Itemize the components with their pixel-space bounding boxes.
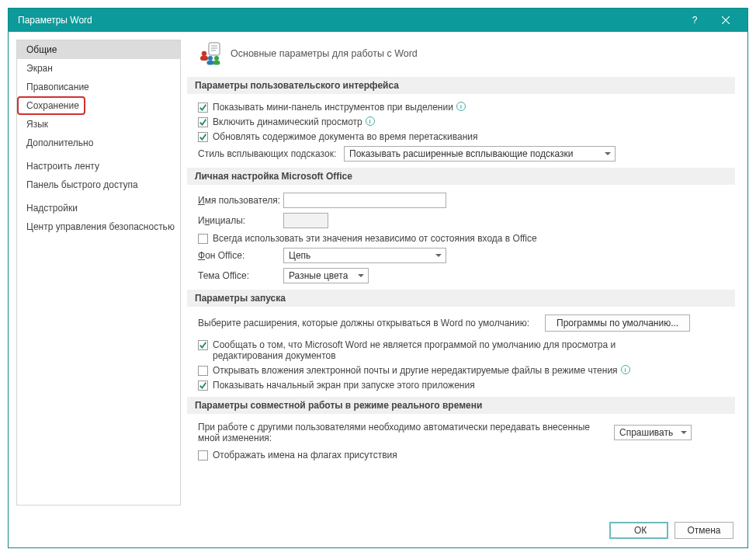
officebg-label: Фон Office: bbox=[198, 250, 283, 261]
info-icon[interactable] bbox=[621, 365, 630, 374]
chk-alwaysuse[interactable] bbox=[198, 234, 208, 244]
initials-label: Инициалы: bbox=[198, 215, 283, 226]
svg-point-5 bbox=[208, 56, 213, 61]
info-icon[interactable] bbox=[366, 116, 375, 126]
share-changes-label: При работе с другими пользователями необ… bbox=[198, 422, 602, 443]
svg-rect-2 bbox=[209, 43, 220, 55]
ok-button[interactable]: ОК bbox=[609, 522, 668, 539]
chk-attachments[interactable] bbox=[198, 366, 208, 376]
sidebar-item-ribbon[interactable]: Настроить ленту bbox=[17, 157, 180, 175]
officebg-dropdown[interactable]: Цепь bbox=[283, 248, 446, 263]
general-options-icon bbox=[198, 41, 223, 66]
sidebar-item-trustcenter[interactable]: Центр управления безопасностью bbox=[17, 217, 180, 236]
default-ext-label: Выберите расширения, которые должны откр… bbox=[198, 318, 529, 328]
svg-rect-8 bbox=[213, 61, 220, 65]
chk-defaultprog[interactable] bbox=[198, 340, 208, 350]
chk-minitoolbar[interactable] bbox=[198, 103, 208, 113]
section-collab-title: Параметры совместной работы в режиме реа… bbox=[187, 397, 735, 414]
content-pane: Основные параметры для работы с Word Пар… bbox=[181, 32, 747, 513]
section-personal-title: Личная настройка Microsoft Office bbox=[187, 168, 735, 185]
window-title: Параметры Word bbox=[15, 15, 679, 26]
sidebar-item-display[interactable]: Экран bbox=[17, 59, 180, 78]
svg-point-3 bbox=[202, 51, 206, 56]
chk-startscreen[interactable] bbox=[198, 381, 208, 391]
tooltip-style-dropdown[interactable]: Показывать расширенные всплывающие подск… bbox=[344, 146, 616, 162]
sidebar-item-language[interactable]: Язык bbox=[17, 115, 180, 134]
sidebar-item-addins[interactable]: Надстройки bbox=[17, 199, 180, 217]
sidebar-item-advanced[interactable]: Дополнительно bbox=[17, 134, 180, 152]
share-changes-dropdown[interactable]: Спрашивать bbox=[614, 425, 692, 440]
tooltip-style-label: Стиль всплывающих подсказок: bbox=[198, 148, 344, 159]
sidebar-item-qat[interactable]: Панель быстрого доступа bbox=[17, 175, 180, 194]
initials-input[interactable] bbox=[283, 213, 328, 228]
titlebar: Параметры Word ? bbox=[9, 9, 747, 32]
cancel-button[interactable]: Отмена bbox=[675, 522, 733, 539]
close-button[interactable] bbox=[710, 9, 741, 32]
chk-livepreview[interactable] bbox=[198, 117, 208, 127]
officetheme-dropdown[interactable]: Разные цвета bbox=[283, 268, 369, 283]
username-label: Имя пользователя: bbox=[198, 195, 283, 206]
section-startup-title: Параметры запуска bbox=[187, 290, 735, 307]
sidebar-item-proofing[interactable]: Правописание bbox=[17, 78, 180, 96]
help-button[interactable]: ? bbox=[679, 9, 710, 32]
svg-point-7 bbox=[214, 56, 219, 61]
page-header: Основные параметры для работы с Word bbox=[231, 48, 418, 59]
section-ui-title: Параметры пользовательского интерфейса bbox=[187, 77, 735, 94]
dialog-footer: ОК Отмена bbox=[9, 513, 747, 547]
officetheme-label: Тема Office: bbox=[198, 270, 283, 281]
sidebar-item-general[interactable]: Общие bbox=[17, 40, 180, 59]
chk-dragupdate[interactable] bbox=[198, 132, 208, 142]
username-input[interactable] bbox=[283, 193, 446, 208]
category-sidebar: Общие Экран Правописание Сохранение Язык… bbox=[16, 40, 181, 506]
sidebar-item-save[interactable]: Сохранение bbox=[17, 96, 85, 115]
word-options-dialog: Параметры Word ? Общие Экран Правописани… bbox=[8, 8, 748, 548]
default-programs-button[interactable]: Программы по умолчанию... bbox=[545, 314, 690, 332]
svg-rect-4 bbox=[200, 56, 208, 61]
svg-rect-6 bbox=[207, 61, 214, 65]
info-icon[interactable] bbox=[456, 102, 466, 111]
chk-presence-names[interactable] bbox=[198, 450, 208, 460]
